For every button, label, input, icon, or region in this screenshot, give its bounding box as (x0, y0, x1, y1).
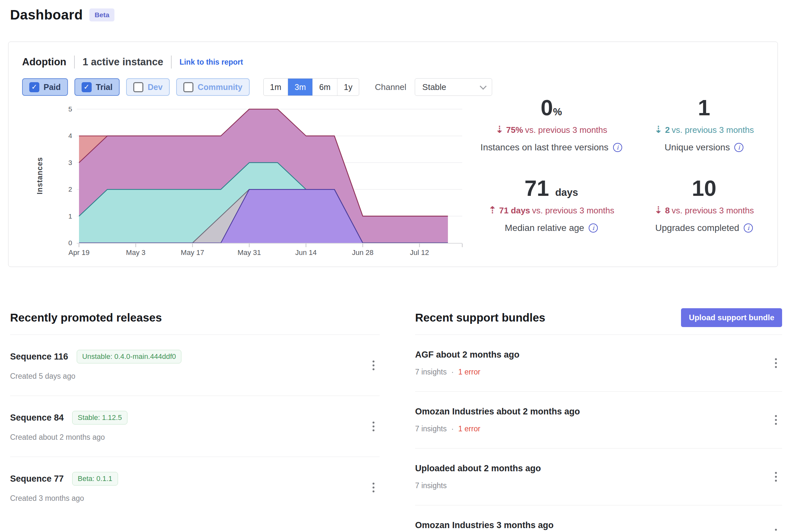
info-icon[interactable] (589, 223, 598, 233)
filter-row: Paid Trial Dev Community 1m 3m 6m 1y (22, 78, 492, 96)
stat-label: Unique versions (665, 142, 730, 153)
filter-label: Paid (44, 82, 61, 92)
stat-delta: ⇡71 daysvs. previous 3 months (475, 204, 628, 216)
checkbox-checked-icon[interactable] (82, 82, 92, 92)
divider (171, 55, 171, 69)
channel-selected-value: Stable (422, 82, 446, 92)
channel-label: Channel (375, 82, 406, 92)
stat-delta: ⇣75%vs. previous 3 months (475, 124, 628, 135)
svg-text:4: 4 (68, 132, 72, 139)
kebab-menu-icon[interactable] (369, 418, 378, 435)
bundle-insights: 7 insights (415, 481, 447, 490)
support-bundles-section: Recent support bundles Upload support bu… (415, 308, 782, 532)
upload-support-bundle-button[interactable]: Upload support bundle (681, 308, 782, 327)
releases-section: Recently promoted releases Sequence 116 … (10, 308, 380, 532)
range-1m[interactable]: 1m (263, 79, 288, 96)
svg-text:Jul 12: Jul 12 (410, 248, 429, 257)
checkbox-unchecked-icon[interactable] (133, 82, 143, 92)
kebab-menu-icon[interactable] (772, 526, 780, 532)
stat-value: 71 (524, 176, 549, 200)
filter-trial[interactable]: Trial (74, 78, 120, 96)
release-version-badge: Unstable: 0.4.0-main.444ddf0 (77, 350, 182, 363)
range-3m[interactable]: 3m (288, 79, 313, 96)
bundle-error-count: 1 error (458, 425, 481, 433)
release-created: Created 5 days ago (10, 372, 380, 381)
bundle-name: Uploaded about 2 months ago (415, 463, 782, 474)
info-icon[interactable] (613, 143, 622, 152)
channel-filter: Channel Stable (375, 78, 492, 96)
filter-dev[interactable]: Dev (126, 78, 170, 96)
stat-median-relative-age: 71 days ⇡71 daysvs. previous 3 months Me… (475, 176, 628, 233)
releases-title: Recently promoted releases (10, 311, 162, 324)
link-to-report[interactable]: Link to this report (180, 58, 243, 67)
active-instance-count: 1 active instance (83, 56, 163, 68)
svg-text:May 3: May 3 (126, 248, 146, 257)
svg-text:May 31: May 31 (238, 248, 261, 257)
bundle-name: Omozan Industries 3 months ago (415, 520, 782, 530)
info-icon[interactable] (744, 223, 753, 233)
release-created: Created about 2 months ago (10, 433, 380, 442)
filter-label: Dev (147, 82, 163, 92)
divider (74, 55, 75, 69)
filter-community[interactable]: Community (176, 78, 250, 96)
checkbox-unchecked-icon[interactable] (183, 82, 193, 92)
svg-text:Jun 28: Jun 28 (352, 248, 373, 257)
trend-down-icon: ⇣ (654, 124, 663, 135)
trend-up-icon: ⇡ (488, 204, 496, 215)
stat-label: Median relative age (505, 223, 584, 233)
release-version-badge: Beta: 0.1.1 (72, 472, 118, 486)
bundle-row[interactable]: Uploaded about 2 months ago 7 insights (415, 449, 782, 505)
release-row-sequence-84[interactable]: Sequence 84 Stable: 1.12.5 Created about… (10, 396, 380, 457)
svg-text:0: 0 (68, 239, 72, 246)
range-6m[interactable]: 6m (313, 79, 337, 96)
stat-instances-last-three-versions: 0% ⇣75%vs. previous 3 months Instances o… (475, 96, 628, 153)
page-title: Dashboard (10, 7, 83, 23)
kebab-menu-icon[interactable] (772, 469, 780, 485)
bundle-row[interactable]: Omozan Industries about 2 months ago 7 i… (415, 392, 782, 449)
stat-suffix: days (555, 187, 578, 198)
filter-label: Trial (96, 82, 113, 92)
svg-text:2: 2 (68, 186, 72, 193)
kebab-menu-icon[interactable] (772, 355, 780, 371)
stat-upgrades-completed: 10 ⇣8vs. previous 3 months Upgrades comp… (628, 176, 781, 233)
trend-down-icon: ⇣ (654, 204, 663, 215)
stat-delta: ⇣2vs. previous 3 months (628, 124, 781, 135)
svg-text:Instances: Instances (37, 157, 44, 194)
kebab-menu-icon[interactable] (369, 357, 378, 373)
bundle-error-count: 1 error (458, 368, 481, 377)
range-1y[interactable]: 1y (337, 79, 359, 96)
stat-delta: ⇣8vs. previous 3 months (628, 204, 781, 216)
filter-paid[interactable]: Paid (22, 78, 68, 96)
time-range-segmented-control: 1m 3m 6m 1y (263, 78, 360, 96)
stat-suffix: % (553, 106, 562, 118)
filter-label: Community (198, 82, 242, 92)
bundle-row[interactable]: Omozan Industries 3 months ago 7 insight… (415, 505, 782, 532)
release-row-sequence-116[interactable]: Sequence 116 Unstable: 0.4.0-main.444ddf… (10, 335, 380, 396)
page-header: Dashboard Beta (10, 7, 114, 23)
stat-value: 1 (698, 95, 710, 120)
adoption-area-chart[interactable]: 012345Apr 19May 3May 17May 31Jun 14Jun 2… (37, 103, 477, 268)
release-row-sequence-77[interactable]: Sequence 77 Beta: 0.1.1 Created 3 months… (10, 457, 380, 518)
dot-separator: · (451, 368, 454, 377)
adoption-card-header: Adoption 1 active instance Link to this … (22, 55, 243, 69)
checkbox-checked-icon[interactable] (29, 82, 39, 92)
svg-text:5: 5 (68, 105, 72, 113)
bundle-row[interactable]: AGF about 2 months ago 7 insights · 1 er… (415, 335, 782, 392)
stat-value: 10 (692, 176, 716, 200)
kebab-menu-icon[interactable] (369, 479, 378, 495)
svg-text:3: 3 (68, 159, 72, 166)
release-created: Created 3 months ago (10, 494, 380, 503)
stat-unique-versions: 1 ⇣2vs. previous 3 months Unique version… (628, 96, 781, 153)
release-name: Sequence 77 (10, 474, 64, 484)
info-icon[interactable] (734, 143, 743, 152)
bundle-insights: 7 insights (415, 368, 447, 377)
bundle-name: Omozan Industries about 2 months ago (415, 407, 782, 417)
adoption-stats: 0% ⇣75%vs. previous 3 months Instances o… (475, 96, 781, 233)
release-version-badge: Stable: 1.12.5 (72, 411, 128, 425)
bundle-insights: 7 insights (415, 425, 447, 433)
adoption-card: Adoption 1 active instance Link to this … (8, 42, 778, 267)
channel-select[interactable]: Stable (415, 78, 492, 96)
adoption-title: Adoption (22, 56, 66, 68)
svg-text:Jun 14: Jun 14 (295, 248, 317, 257)
kebab-menu-icon[interactable] (772, 412, 780, 428)
